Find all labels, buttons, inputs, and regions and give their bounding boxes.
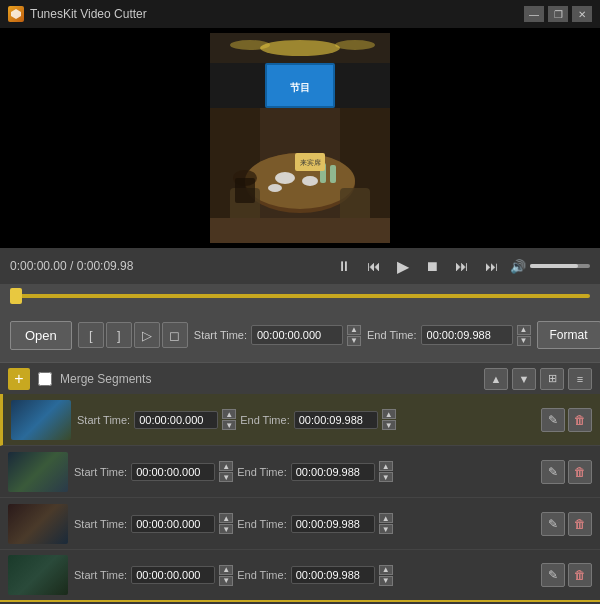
seg-end-input[interactable] [291,566,375,584]
seg-start-up[interactable]: ▲ [222,409,236,419]
segment-row: Start Time: ▲ ▼ End Time: ▲ ▼ ✎ 🗑 [0,498,600,550]
end-time-up[interactable]: ▲ [517,325,531,335]
timeline-track [10,294,590,298]
add-segment-button[interactable]: + [8,368,30,390]
merge-label: Merge Segments [60,372,151,386]
segment-content: Start Time: ▲ ▼ End Time: ▲ ▼ [74,513,535,534]
seg-start-up[interactable]: ▲ [219,513,233,523]
close-button[interactable]: ✕ [572,6,592,22]
delete-segment-button[interactable]: 🗑 [568,563,592,587]
segment-row: Start Time: ▲ ▼ End Time: ▲ ▼ ✎ 🗑 [0,446,600,498]
app-icon [8,6,24,22]
edit-controls: Open [ ] ▷ ◻ Start Time: ▲ ▼ End Time: ▲… [0,308,600,362]
segment-thumbnail [11,400,71,440]
seg-end-down[interactable]: ▼ [379,576,393,586]
time-display: 0:00:00.00 / 0:00:09.98 [10,259,325,273]
edit-segment-button[interactable]: ✎ [541,563,565,587]
start-time-label: Start Time: [194,329,247,341]
stop-segment-button[interactable]: ◻ [162,322,188,348]
seg-start-down[interactable]: ▼ [222,420,236,430]
segment-row: Start Time: ▲ ▼ End Time: ▲ ▼ ✎ 🗑 [0,394,600,446]
seg-start-up[interactable]: ▲ [219,461,233,471]
seg-start-input[interactable] [131,566,215,584]
seg-start-up[interactable]: ▲ [219,565,233,575]
maximize-button[interactable]: ❐ [548,6,568,22]
seg-start-down[interactable]: ▼ [219,524,233,534]
timeline[interactable] [0,284,600,308]
mark-out-button[interactable]: ] [106,322,132,348]
seg-end-down[interactable]: ▼ [379,524,393,534]
seg-start-label: Start Time: [74,518,127,530]
list-view-button[interactable]: ≡ [568,368,592,390]
seg-end-up[interactable]: ▲ [379,513,393,523]
start-time-section: Start Time: ▲ ▼ [194,325,361,346]
svg-rect-24 [210,218,390,243]
minimize-button[interactable]: — [524,6,544,22]
svg-rect-23 [235,178,255,203]
volume-slider[interactable] [530,264,590,268]
segments-header: + Merge Segments ▲ ▼ ⊞ ≡ [0,362,600,394]
playback-controls: 0:00:00.00 / 0:00:09.98 ⏸ ⏮ ▶ ⏹ ⏭ ⏭ 🔊 [0,248,600,284]
seg-start-input[interactable] [131,515,215,533]
delete-segment-button[interactable]: 🗑 [568,408,592,432]
edit-segment-button[interactable]: ✎ [541,460,565,484]
segment-row: Start Time: ▲ ▼ End Time: ▲ ▼ ✎ 🗑 [0,550,600,602]
stop-button[interactable]: ⏹ [421,256,443,276]
view-toggle-button[interactable]: ⊞ [540,368,564,390]
seg-end-up[interactable]: ▲ [379,461,393,471]
pause-button[interactable]: ⏸ [333,256,355,276]
svg-point-2 [260,40,340,56]
seg-end-spinners: ▲ ▼ [379,461,393,482]
seg-end-down[interactable]: ▼ [382,420,396,430]
delete-segment-button[interactable]: 🗑 [568,460,592,484]
seg-start-input[interactable] [131,463,215,481]
seg-start-down[interactable]: ▼ [219,472,233,482]
seg-start-spinners: ▲ ▼ [219,461,233,482]
start-time-spinners: ▲ ▼ [347,325,361,346]
end-time-spinners: ▲ ▼ [517,325,531,346]
seg-end-down[interactable]: ▼ [379,472,393,482]
end-time-input[interactable] [421,325,513,345]
timeline-handle[interactable] [10,288,22,304]
format-button[interactable]: Format [537,321,600,349]
seg-end-input[interactable] [291,463,375,481]
edit-segment-button[interactable]: ✎ [541,408,565,432]
seg-end-label: End Time: [237,466,287,478]
segment-actions: ✎ 🗑 [541,460,592,484]
seg-end-spinners: ▲ ▼ [382,409,396,430]
edit-segment-button[interactable]: ✎ [541,512,565,536]
end-button[interactable]: ⏭ [481,257,502,276]
play-button[interactable]: ▶ [393,255,413,278]
start-time-up[interactable]: ▲ [347,325,361,335]
title-bar: TunesKit Video Cutter — ❐ ✕ [0,0,600,28]
mark-in-button[interactable]: [ [78,322,104,348]
start-time-input[interactable] [251,325,343,345]
seg-start-spinners: ▲ ▼ [219,513,233,534]
move-down-button[interactable]: ▼ [512,368,536,390]
svg-text:节目: 节目 [290,82,310,93]
segment-content: Start Time: ▲ ▼ End Time: ▲ ▼ [74,461,535,482]
step-forward-button[interactable]: ⏭ [451,256,473,276]
seg-end-up[interactable]: ▲ [379,565,393,575]
volume-icon: 🔊 [510,259,526,274]
seg-start-down[interactable]: ▼ [219,576,233,586]
seg-start-input[interactable] [134,411,218,429]
seg-start-spinners: ▲ ▼ [222,409,236,430]
segments-container: + Merge Segments ▲ ▼ ⊞ ≡ Start Time: ▲ ▼ [0,362,600,604]
seg-end-up[interactable]: ▲ [382,409,396,419]
start-time-down[interactable]: ▼ [347,336,361,346]
segments-header-actions: ▲ ▼ ⊞ ≡ [484,368,592,390]
step-back-button[interactable]: ⏮ [363,256,385,276]
merge-checkbox[interactable] [38,372,52,386]
seg-end-spinners: ▲ ▼ [379,565,393,586]
end-time-down[interactable]: ▼ [517,336,531,346]
seg-end-input[interactable] [294,411,378,429]
seg-start-label: Start Time: [74,466,127,478]
video-frame: 节目 来宾席 [210,33,390,243]
delete-segment-button[interactable]: 🗑 [568,512,592,536]
move-up-button[interactable]: ▲ [484,368,508,390]
volume-control: 🔊 [510,259,590,274]
open-button[interactable]: Open [10,321,72,350]
play-segment-button[interactable]: ▷ [134,322,160,348]
seg-end-input[interactable] [291,515,375,533]
